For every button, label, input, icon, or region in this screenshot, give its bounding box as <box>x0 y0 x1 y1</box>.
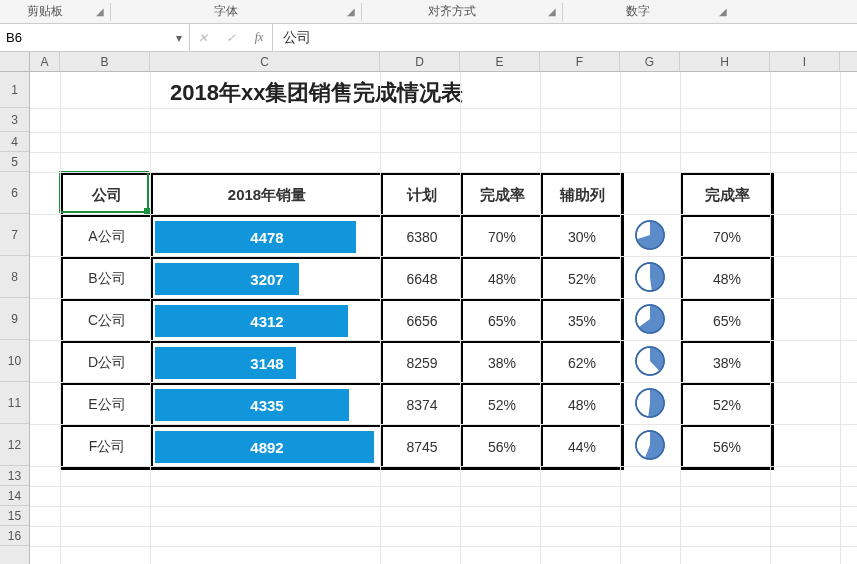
ribbon-group-clipboard: 剪贴板 <box>0 3 90 20</box>
aux-cell[interactable]: 52% <box>542 258 622 300</box>
formula-input[interactable]: 公司 <box>273 24 857 51</box>
plan-cell[interactable]: 6648 <box>382 258 462 300</box>
sheet-title: 2018年xx集团销售完成情况表 <box>170 78 463 108</box>
dialog-launcher-icon[interactable]: ◢ <box>713 6 733 17</box>
dialog-launcher-icon[interactable]: ◢ <box>341 6 361 17</box>
row-header[interactable]: 13 <box>0 466 29 486</box>
aux-cell[interactable]: 44% <box>542 426 622 468</box>
sales-value: 3148 <box>153 343 381 383</box>
completion-cell[interactable]: 70% <box>682 216 772 258</box>
company-cell[interactable]: A公司 <box>62 216 152 258</box>
company-cell[interactable]: C公司 <box>62 300 152 342</box>
sales-value: 4892 <box>153 427 381 467</box>
rate-cell[interactable]: 48% <box>462 258 542 300</box>
completion-cell[interactable]: 38% <box>682 342 772 384</box>
plan-cell[interactable]: 6380 <box>382 216 462 258</box>
sales-bar-cell[interactable]: 4892 <box>152 426 382 468</box>
row-header[interactable]: 9 <box>0 298 29 340</box>
worksheet-grid[interactable]: ABCDEFGHI 1345678910111213141516 2018年xx… <box>0 52 857 564</box>
name-box-dropdown-icon[interactable]: ▾ <box>174 31 183 45</box>
row-header[interactable]: 10 <box>0 340 29 382</box>
row-header[interactable]: 16 <box>0 526 29 546</box>
company-cell[interactable]: F公司 <box>62 426 152 468</box>
row-header[interactable]: 5 <box>0 152 29 172</box>
column-header[interactable]: H <box>680 52 770 71</box>
company-cell[interactable]: B公司 <box>62 258 152 300</box>
column-header[interactable]: D <box>380 52 460 71</box>
row-header[interactable]: 12 <box>0 424 29 466</box>
confirm-formula-icon[interactable]: ✓ <box>222 31 240 45</box>
company-cell[interactable]: D公司 <box>62 342 152 384</box>
aux-cell[interactable]: 30% <box>542 216 622 258</box>
rate-cell[interactable]: 38% <box>462 342 542 384</box>
row-header[interactable]: 7 <box>0 214 29 256</box>
sales-value: 4478 <box>153 217 381 257</box>
row-header[interactable]: 1 <box>0 72 29 108</box>
row-header[interactable]: 8 <box>0 256 29 298</box>
pie-icon <box>634 345 666 377</box>
dialog-launcher-icon[interactable]: ◢ <box>542 6 562 17</box>
column-header[interactable]: C <box>150 52 380 71</box>
sales-bar-cell[interactable]: 3148 <box>152 342 382 384</box>
pie-icon <box>634 429 666 461</box>
row-header[interactable]: 11 <box>0 382 29 424</box>
row-header[interactable]: 14 <box>0 486 29 506</box>
sales-value: 4335 <box>153 385 381 425</box>
ribbon-group-align: 对齐方式 <box>362 3 542 20</box>
aux-cell[interactable]: 62% <box>542 342 622 384</box>
completion-cell[interactable]: 52% <box>682 384 772 426</box>
completion-header: 完成率 <box>682 174 772 216</box>
company-cell[interactable]: E公司 <box>62 384 152 426</box>
column-header[interactable]: F <box>540 52 620 71</box>
table-header: 公司 <box>62 174 152 216</box>
ribbon-group-labels: 剪贴板 ◢ 字体 ◢ 对齐方式 ◢ 数字 ◢ <box>0 0 857 24</box>
aux-cell[interactable]: 35% <box>542 300 622 342</box>
insert-function-icon[interactable]: fx <box>250 30 268 45</box>
ribbon-group-font: 字体 <box>111 3 341 20</box>
sales-bar-cell[interactable]: 4312 <box>152 300 382 342</box>
sales-value: 3207 <box>153 259 381 299</box>
column-header[interactable]: G <box>620 52 680 71</box>
plan-cell[interactable]: 8259 <box>382 342 462 384</box>
sales-bar-cell[interactable]: 4478 <box>152 216 382 258</box>
column-header[interactable]: A <box>30 52 60 71</box>
sales-value: 4312 <box>153 301 381 341</box>
sales-bar-cell[interactable]: 3207 <box>152 258 382 300</box>
row-header[interactable]: 15 <box>0 506 29 526</box>
pie-icon <box>634 219 666 251</box>
plan-cell[interactable]: 8374 <box>382 384 462 426</box>
select-all-corner[interactable] <box>0 52 30 71</box>
aux-cell[interactable]: 48% <box>542 384 622 426</box>
name-box-input[interactable] <box>6 30 174 45</box>
column-header[interactable]: I <box>770 52 840 71</box>
row-header[interactable]: 3 <box>0 108 29 132</box>
column-header[interactable]: E <box>460 52 540 71</box>
rate-cell[interactable]: 70% <box>462 216 542 258</box>
completion-cell[interactable]: 56% <box>682 426 772 468</box>
sales-bar-cell[interactable]: 4335 <box>152 384 382 426</box>
rate-cell[interactable]: 65% <box>462 300 542 342</box>
row-header[interactable]: 6 <box>0 172 29 214</box>
row-headers: 1345678910111213141516 <box>0 72 30 564</box>
name-box[interactable]: ▾ <box>0 24 190 51</box>
cells-area[interactable]: 2018年xx集团销售完成情况表 公司2018年销量计划完成率辅助列A公司447… <box>30 72 857 564</box>
plan-cell[interactable]: 8745 <box>382 426 462 468</box>
completion-cell[interactable]: 48% <box>682 258 772 300</box>
plan-cell[interactable]: 6656 <box>382 300 462 342</box>
column-header[interactable]: B <box>60 52 150 71</box>
pie-icon <box>634 303 666 335</box>
row-header[interactable]: 4 <box>0 132 29 152</box>
table-header: 完成率 <box>462 174 542 216</box>
table-header: 2018年销量 <box>152 174 382 216</box>
formula-bar: ▾ ✕ ✓ fx 公司 <box>0 24 857 52</box>
completion-table: 完成率70%48%65%38%52%56% <box>680 172 774 470</box>
rate-cell[interactable]: 56% <box>462 426 542 468</box>
cancel-formula-icon[interactable]: ✕ <box>194 31 212 45</box>
ribbon-group-number: 数字 <box>563 3 713 20</box>
column-headers: ABCDEFGHI <box>0 52 857 72</box>
pie-icon <box>634 261 666 293</box>
rate-cell[interactable]: 52% <box>462 384 542 426</box>
dialog-launcher-icon[interactable]: ◢ <box>90 6 110 17</box>
completion-cell[interactable]: 65% <box>682 300 772 342</box>
pie-icon <box>634 387 666 419</box>
